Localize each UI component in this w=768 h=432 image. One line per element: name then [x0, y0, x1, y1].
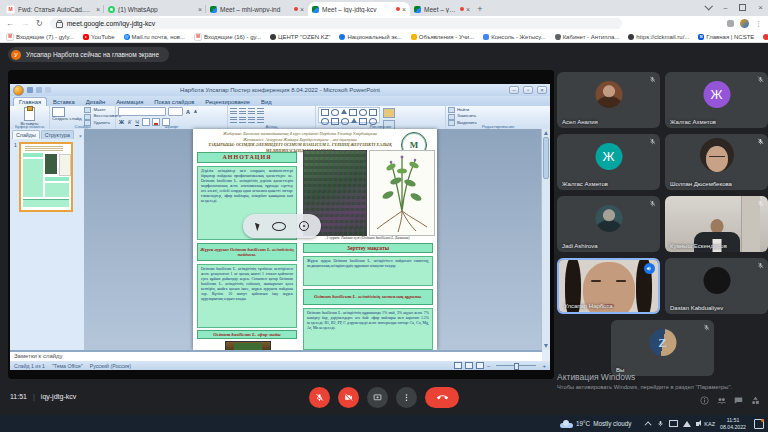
bookmark-item[interactable]: Главная | NCSTE [698, 34, 754, 40]
reload-icon[interactable] [36, 20, 43, 28]
bookmark-item[interactable]: Консоль - Жетысу... [483, 34, 545, 40]
bookmark-item[interactable]: Авиабилеты [763, 34, 768, 40]
pane-tab-slides[interactable]: Слайды [12, 130, 40, 139]
redo-icon[interactable] [45, 87, 51, 93]
tab-close-icon[interactable] [300, 6, 304, 13]
maximize-icon[interactable] [739, 4, 746, 11]
tab-close-icon[interactable] [96, 6, 100, 13]
minimize-icon[interactable]: – [509, 86, 519, 94]
action-center-icon[interactable] [754, 419, 764, 429]
presented-screen[interactable]: Нарбота Улсапар Постер конференция 8.04.… [8, 70, 554, 379]
bookmark-item[interactable]: https://clckmail.ru/... [628, 34, 689, 40]
volume-icon[interactable] [696, 422, 699, 426]
sorter-view-icon[interactable] [465, 362, 473, 369]
zoom-out-icon[interactable]: − [487, 363, 491, 369]
ribbon-tab-animation[interactable]: Анимация [111, 98, 148, 106]
bookmark-item[interactable]: Mail.ru почта, нов... [124, 34, 185, 40]
ribbon-tab-design[interactable]: Дизайн [81, 98, 111, 106]
tab-close-icon[interactable] [198, 6, 202, 13]
extensions-icon[interactable] [727, 20, 734, 27]
ribbon-tab-review[interactable]: Рецензирование [200, 98, 255, 106]
scroll-up-icon[interactable] [544, 131, 548, 135]
scroll-down-icon[interactable] [544, 344, 548, 348]
slide-thumbnail[interactable] [19, 142, 73, 212]
back-icon[interactable] [6, 20, 14, 28]
maximize-icon[interactable]: ▫ [523, 86, 533, 94]
bookmark-item[interactable]: Национальный эк... [339, 34, 401, 40]
ribbon-tab-slideshow[interactable]: Показ слайдов [149, 98, 199, 106]
menu-icon[interactable] [755, 20, 762, 28]
ribbon-tab-home[interactable]: Главная [13, 97, 47, 106]
tab-meet-3[interactable]: Meet – yqr-apvw-awn [410, 2, 474, 16]
participant-tile[interactable]: Асел Анапия [557, 72, 660, 128]
network-icon[interactable] [683, 421, 691, 427]
align-right-icon[interactable] [248, 117, 255, 123]
weather-widget[interactable]: 19°C Mostly cloudy [560, 420, 631, 428]
bookmark-item[interactable]: Входящие (7) - gyly... [6, 33, 74, 41]
tab-gmail[interactable]: M Fwd: Статья AutoCad.docx - gy... [2, 2, 104, 16]
participant-tile[interactable]: Куаныш Ескендиров [665, 196, 768, 252]
language-indicator[interactable]: KAZ [704, 421, 715, 427]
people-icon[interactable] [717, 396, 726, 405]
tab-meet-active[interactable]: Meet – iqy-jdtg-kcv [308, 2, 410, 16]
office-button-icon[interactable] [13, 85, 24, 96]
tab-close-icon[interactable] [402, 6, 406, 13]
zoom-in-icon[interactable]: + [542, 363, 546, 369]
bookmark-item[interactable]: ЦЕНТР "OZEN.KZ" [270, 34, 330, 40]
paste-icon[interactable] [24, 107, 35, 121]
hidden-icons-chevron[interactable] [645, 421, 652, 428]
save-icon[interactable] [27, 87, 33, 93]
new-slide-button[interactable]: Создать слайд [52, 117, 81, 122]
font-name-select[interactable] [118, 107, 166, 116]
bookmark-item[interactable]: Кабинет - Антипла... [555, 34, 620, 40]
bookmark-item[interactable]: YouTube [83, 34, 115, 40]
tab-search-icon[interactable] [705, 2, 713, 10]
participant-tile[interactable]: Dastan Kabdualiyev [665, 258, 768, 314]
tab-whatsapp[interactable]: (1) WhatsApp [104, 2, 206, 16]
tab-close-icon[interactable] [466, 6, 470, 13]
camera-toggle-button[interactable] [338, 387, 359, 408]
self-tile[interactable]: Z Вы [611, 320, 714, 376]
font-size-select[interactable] [168, 107, 183, 116]
more-options-button[interactable] [396, 387, 417, 408]
slideshow-view-icon[interactable] [476, 362, 484, 369]
align-center-icon[interactable] [239, 117, 246, 123]
zoom-slider[interactable] [496, 365, 536, 366]
bookmark-item[interactable]: Входящие (16) - gy... [194, 33, 261, 41]
ribbon-tab-insert[interactable]: Вставка [48, 98, 80, 106]
close-icon[interactable]: × [537, 86, 547, 94]
normal-view-icon[interactable] [454, 362, 462, 369]
shrink-font-icon[interactable]: А [193, 109, 198, 114]
profile-avatar[interactable] [740, 19, 749, 28]
end-call-button[interactable] [425, 387, 459, 408]
forward-icon[interactable] [21, 20, 29, 28]
poster-slide[interactable]: Жобаушы: Биология мамандығының 4 курс ст… [193, 129, 437, 350]
address-bar[interactable]: meet.google.com/iqy-jdtg-kcv [50, 18, 622, 29]
quick-styles-icon[interactable] [383, 108, 395, 118]
shapes-gallery[interactable] [318, 107, 380, 123]
notes-pane[interactable]: Заметки к слайду [10, 350, 542, 361]
pane-tab-outline[interactable]: Структура [41, 130, 74, 139]
vertical-scrollbar[interactable] [541, 129, 550, 350]
activities-icon[interactable] [751, 396, 760, 405]
bullets-icon[interactable] [230, 108, 237, 114]
new-tab-button[interactable] [474, 3, 486, 15]
participant-tile[interactable]: Jadi Ashirova [557, 196, 660, 252]
close-icon[interactable] [758, 3, 763, 12]
numbering-icon[interactable] [239, 108, 246, 114]
tab-meet-1[interactable]: Meet – mhi-wnpv-ind [206, 2, 308, 16]
ribbon-tab-view[interactable]: Вид [256, 98, 277, 106]
clock[interactable]: 11:51 08.04.2022 [720, 417, 746, 430]
participant-tile-speaking[interactable]: Улсапар Нарбота [557, 258, 660, 314]
minimize-icon[interactable] [723, 4, 727, 11]
call-info-icon[interactable] [700, 396, 709, 405]
chat-icon[interactable] [734, 396, 743, 405]
pane-close-icon[interactable] [79, 133, 82, 139]
display-icon[interactable] [669, 420, 678, 427]
justify-icon[interactable] [257, 117, 264, 123]
indent-icon[interactable] [248, 108, 255, 114]
participant-tile[interactable]: Шолпан Дюсембекова [665, 134, 768, 190]
participant-tile[interactable]: Ж Жалгас Ахметов [557, 134, 660, 190]
align-left-icon[interactable] [230, 117, 237, 123]
grow-font-icon[interactable]: А [185, 109, 191, 115]
